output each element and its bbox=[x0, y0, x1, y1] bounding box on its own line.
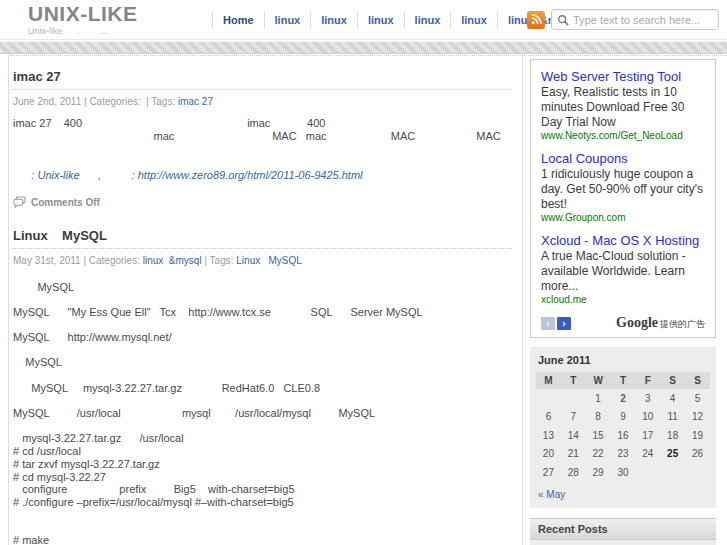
calendar-day: 8 bbox=[586, 408, 611, 427]
calendar-day: 26 bbox=[685, 445, 710, 464]
meta-separator: | bbox=[81, 255, 89, 266]
calendar-week-row: 13141516171819 bbox=[536, 426, 710, 445]
calendar-day: 10 bbox=[635, 408, 660, 427]
ads-attribution[interactable]: Google 提供的广告 bbox=[616, 315, 705, 331]
calendar-day: 5 bbox=[685, 389, 710, 408]
ad-display-url[interactable]: www.Groupon.com bbox=[541, 212, 705, 224]
nav-item-linux[interactable]: linux bbox=[265, 11, 312, 29]
calendar-body: 1234567891011121314151617181920212223242… bbox=[536, 389, 710, 482]
tag-link[interactable]: imac 27 bbox=[178, 96, 213, 107]
calendar-day: 21 bbox=[561, 445, 586, 464]
calendar-day: 24 bbox=[635, 445, 660, 464]
calendar-week-row: 12345 bbox=[536, 389, 710, 408]
ad-unit: Local Coupons1 ridiculously huge coupon … bbox=[541, 151, 705, 224]
post-meta: May 31st, 2011 | Categories: linux &mysq… bbox=[11, 249, 512, 268]
source-prefix: : bbox=[13, 169, 37, 181]
post2-tags: Linux MySQL bbox=[236, 255, 302, 266]
search-box bbox=[551, 9, 719, 30]
ads-prev-icon[interactable]: ‹ bbox=[541, 317, 555, 330]
ads-pager: ‹ › bbox=[541, 317, 571, 330]
ads-next-icon[interactable]: › bbox=[557, 317, 571, 330]
recent-post-link[interactable]: imac 27 bbox=[530, 540, 716, 545]
source-site-link[interactable]: Unix-like bbox=[37, 169, 79, 181]
main-content: imac 27 June 2nd, 2011 | Categories: | T… bbox=[9, 56, 522, 545]
ads-attribution-text: 提供的广告 bbox=[660, 318, 705, 331]
post1-tags: imac 27 bbox=[178, 96, 213, 107]
tag-separator bbox=[260, 255, 268, 266]
sidebar: Web Server Testing ToolEasy, Realistic t… bbox=[522, 56, 720, 545]
recent-posts-list: imac 27Linux MySQLMySQL for Linux on POW… bbox=[530, 540, 716, 545]
post-paragraph: MySQL "My Ess Que Ell" Tcx http://www.tc… bbox=[13, 306, 512, 319]
calendar-week-row: 6789101112 bbox=[536, 408, 710, 427]
calendar-day: 22 bbox=[586, 445, 611, 464]
nav-item-linux[interactable]: linux bbox=[451, 11, 498, 29]
rss-icon[interactable] bbox=[527, 11, 545, 29]
post-title[interactable]: imac 27 bbox=[11, 67, 512, 90]
calendar-widget: June 2011 MTWTFSS 1234567891011121314151… bbox=[530, 347, 716, 508]
ad-body-text: Easy, Realistic tests in 10 minutes Down… bbox=[541, 85, 705, 130]
post-linux-mysql: Linux MySQL May 31st, 2011 | Categories:… bbox=[11, 226, 512, 545]
comments-row: Comments Off bbox=[11, 196, 512, 208]
ad-body-text: 1 ridiculously huge coupon a day. Get 50… bbox=[541, 167, 705, 212]
tags-label: | Tags: bbox=[143, 96, 178, 107]
header-right bbox=[527, 9, 719, 30]
tag-link[interactable]: Linux bbox=[236, 255, 260, 266]
calendar-empty-cell bbox=[685, 463, 710, 482]
calendar-day: 25 bbox=[660, 445, 685, 464]
calendar-day: 17 bbox=[635, 426, 660, 445]
calendar-table: MTWTFSS 12345678910111213141516171819202… bbox=[536, 372, 710, 482]
ad-title-link[interactable]: Xcloud - Mac OS X Hosting bbox=[541, 233, 705, 249]
ad-display-url[interactable]: www.Neotys.com/Get_NeoLoad bbox=[541, 130, 705, 142]
source-url-link[interactable]: http://www.zero89.org/html/2011-06-9425.… bbox=[138, 169, 363, 181]
ads-list: Web Server Testing ToolEasy, Realistic t… bbox=[541, 69, 705, 306]
calendar-caption: June 2011 bbox=[538, 354, 710, 366]
search-input[interactable] bbox=[573, 14, 713, 26]
category-link[interactable]: linux &mysql bbox=[143, 255, 202, 266]
nav-item-linux[interactable]: linux bbox=[311, 11, 358, 29]
site-title[interactable]: UNIX-LIKE bbox=[28, 3, 208, 25]
ad-display-url[interactable]: xcloud.me bbox=[541, 294, 705, 306]
calendar-weekday-row: MTWTFSS bbox=[536, 372, 710, 389]
header-divider-band bbox=[0, 41, 727, 54]
calendar-day: 12 bbox=[685, 408, 710, 427]
post-paragraph: mysql-3.22.27.tar.gz /usr/local # cd /us… bbox=[13, 432, 512, 509]
calendar-day: 1 bbox=[586, 389, 611, 408]
post-date: June 2nd, 2011 bbox=[13, 96, 81, 107]
calendar-weekday: F bbox=[635, 372, 660, 389]
ad-body-text: A true Mac-Cloud solution - available Wo… bbox=[541, 249, 705, 294]
tag-link[interactable]: MySQL bbox=[269, 255, 302, 266]
post2-body: MySQLMySQL "My Ess Que Ell" Tcx http://w… bbox=[11, 281, 512, 545]
calendar-empty-cell bbox=[561, 389, 586, 408]
post-paragraph: MySQL mysql-3.22.27.tar.gz RedHat6.0 CLE… bbox=[13, 382, 512, 395]
calendar-week-row: 20212223242526 bbox=[536, 445, 710, 464]
calendar-day: 28 bbox=[561, 463, 586, 482]
calendar-prev-month-link[interactable]: « May bbox=[538, 489, 565, 500]
calendar-day: 6 bbox=[536, 408, 561, 427]
comments-off-label[interactable]: Comments Off bbox=[31, 197, 100, 208]
post-body-line: mac MAC mac MAC MAC bbox=[13, 130, 512, 143]
calendar-day[interactable]: 2 bbox=[611, 389, 636, 408]
calendar-day: 30 bbox=[611, 463, 636, 482]
calendar-day: 7 bbox=[561, 408, 586, 427]
tags-label: | Tags: bbox=[202, 255, 237, 266]
post-imac27: imac 27 June 2nd, 2011 | Categories: | T… bbox=[11, 67, 512, 208]
nav-item-home[interactable]: Home bbox=[212, 11, 265, 29]
calendar-day: 19 bbox=[685, 426, 710, 445]
calendar-empty-cell bbox=[536, 389, 561, 408]
calendar-day: 29 bbox=[586, 463, 611, 482]
calendar-day: 18 bbox=[660, 426, 685, 445]
post-date: May 31st, 2011 bbox=[13, 255, 81, 266]
post-source-line: : Unix-like , : http://www.zero89.org/ht… bbox=[11, 169, 512, 181]
categories-label: Categories: bbox=[89, 96, 143, 107]
calendar-day: 14 bbox=[561, 426, 586, 445]
calendar-empty-cell bbox=[635, 463, 660, 482]
site-header: UNIX-LIKE Unix-like . ... Homelinuxlinux… bbox=[0, 0, 727, 40]
ad-title-link[interactable]: Web Server Testing Tool bbox=[541, 69, 705, 85]
nav-item-linux[interactable]: linux bbox=[358, 11, 405, 29]
ad-title-link[interactable]: Local Coupons bbox=[541, 151, 705, 167]
post-title[interactable]: Linux MySQL bbox=[11, 226, 512, 249]
site-tagline: Unix-like . ... bbox=[28, 26, 208, 36]
nav-item-linux[interactable]: linux bbox=[405, 11, 452, 29]
recent-posts-heading: Recent Posts bbox=[530, 518, 716, 540]
calendar-weekday: S bbox=[660, 372, 685, 389]
